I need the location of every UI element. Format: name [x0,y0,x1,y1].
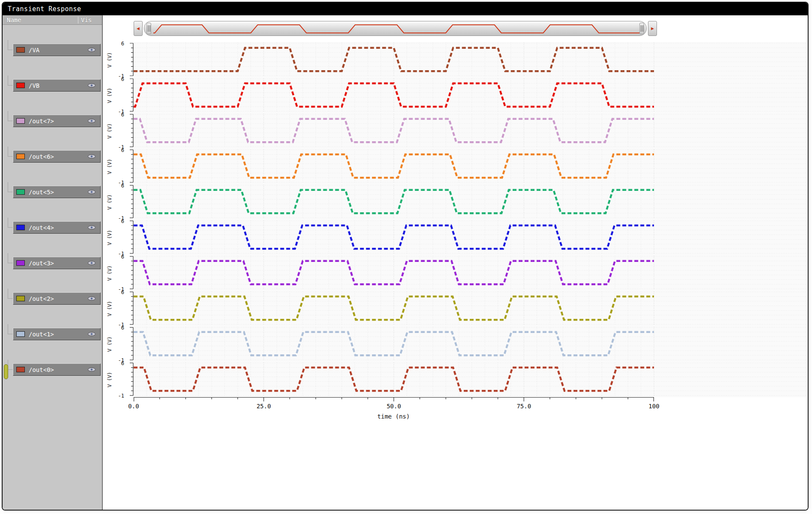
signal-row[interactable]: /out<1> [13,328,101,340]
signal-row[interactable]: /VA [13,44,101,56]
y-max-label: 6 [121,218,124,224]
grip-ridge [148,25,149,32]
signal-row[interactable]: /out<3> [13,257,101,269]
y-max-label: 6 [121,147,124,153]
waveform-plot [134,149,807,184]
x-axis-ticks [134,397,654,402]
waveform-plot-area [134,255,807,291]
y-max-label: 6 [121,183,124,189]
visibility-eye-icon[interactable] [86,190,97,194]
waveform-strips: V (V) 6 -1 V (V) 6 -1 V (V) 6 -1 [104,42,808,397]
waveform-strip: V (V) 6 -1 [104,255,808,291]
y-max-label: 6 [121,76,124,82]
y-max-label: 6 [121,254,124,260]
y-axis-gutter: V (V) 6 -1 [104,184,134,220]
signal-color-swatch [16,118,25,124]
tree-connector [8,253,12,263]
y-max-label: 6 [121,360,124,366]
signal-name: /out<6> [29,153,82,160]
overview-track[interactable] [144,21,647,36]
waveform-strip: V (V) 6 -1 [104,220,808,255]
visibility-eye-icon[interactable] [86,296,97,301]
window-title: Transient Response [8,5,81,13]
signal-name: /out<4> [29,224,82,231]
visibility-eye-icon[interactable] [86,225,97,230]
y-max-label: 6 [121,112,124,118]
visibility-eye-icon[interactable] [86,119,97,123]
y-axis-ticks [127,255,134,291]
waveform-plot [134,113,807,149]
waveform-plot [134,220,807,255]
y-axis-gutter: V (V) 6 -1 [104,42,134,77]
y-axis-ticks [127,326,134,362]
visibility-eye-icon[interactable] [86,48,97,52]
tree-connector [8,40,12,50]
y-axis-unit-label: V (V) [107,229,113,245]
signal-row[interactable]: /out<0> [13,363,101,376]
signal-name: /out<7> [29,118,82,125]
x-tick-label: 0.0 [121,403,146,410]
y-axis-unit-label: V (V) [107,158,113,174]
tree-connector [8,324,12,334]
signal-color-swatch [16,225,25,230]
waveform-plot-area [134,42,807,77]
waveform-plot-area [134,149,807,184]
signal-row[interactable]: /out<5> [13,186,101,198]
x-tick-label: 75.0 [511,403,537,410]
window-content: Name Vis /VA /VB /out<7> [3,15,808,511]
tree-connector [8,360,12,370]
signal-color-swatch [16,296,25,301]
waveform-strip: V (V) 6 -1 [104,42,808,77]
scroll-right-button[interactable]: ▶ [648,21,657,36]
tree-connector [8,147,12,157]
signal-color-swatch [16,367,25,372]
right-arrow-icon: ▶ [651,26,654,31]
y-axis-unit-label: V (V) [107,87,113,103]
tree-connector [8,182,12,192]
waveform-plot [134,362,807,397]
y-axis-unit-label: V (V) [107,52,113,67]
waveform-plot [134,255,807,291]
visibility-eye-icon[interactable] [86,261,97,265]
signal-row[interactable]: /out<2> [13,292,101,305]
range-grip-left[interactable] [146,23,151,34]
y-axis-unit-label: V (V) [107,371,113,387]
x-axis: 0.025.050.075.0100 time (ns) [104,397,808,444]
overview-scrollbar[interactable]: ◀ ▶ [134,21,657,36]
y-axis-ticks [127,291,134,326]
x-axis-title: time (ns) [361,413,426,420]
signal-name: /out<5> [29,189,82,196]
tree-connector [8,111,12,121]
waveform-plot [134,291,807,326]
y-axis-unit-label: V (V) [107,300,113,316]
visibility-eye-icon[interactable] [86,367,97,372]
y-axis-gutter: V (V) 6 -1 [104,291,134,326]
signal-row[interactable]: /out<6> [13,150,101,163]
signal-color-swatch [16,83,25,88]
visibility-eye-icon[interactable] [86,332,97,336]
range-grip-right[interactable] [639,23,644,34]
signal-row[interactable]: /out<4> [13,221,101,234]
scroll-left-button[interactable]: ◀ [134,21,143,36]
signal-color-swatch [16,189,25,195]
x-tick-label: 50.0 [381,403,407,410]
waveform-plot [134,42,807,77]
visibility-eye-icon[interactable] [86,83,97,88]
signal-color-swatch [16,154,25,159]
name-column-header: Name [3,17,78,24]
signal-row[interactable]: /VB [13,79,101,92]
grip-ridge [149,25,150,32]
y-max-label: 6 [121,289,124,295]
signal-row[interactable]: /out<7> [13,115,101,127]
waveform-strip: V (V) 6 -1 [104,113,808,149]
tree-connector [8,76,12,86]
y-axis-gutter: V (V) 6 -1 [104,220,134,255]
waveform-strip: V (V) 6 -1 [104,326,808,362]
signal-name: /VB [29,82,82,89]
signal-name: /out<0> [29,366,82,373]
y-axis-ticks [127,184,134,220]
waveform-plot-area [134,184,807,220]
y-axis-ticks [127,220,134,255]
waveform-viewer-window: Transient Response Name Vis /VA /VB [2,2,809,511]
visibility-eye-icon[interactable] [86,154,97,159]
